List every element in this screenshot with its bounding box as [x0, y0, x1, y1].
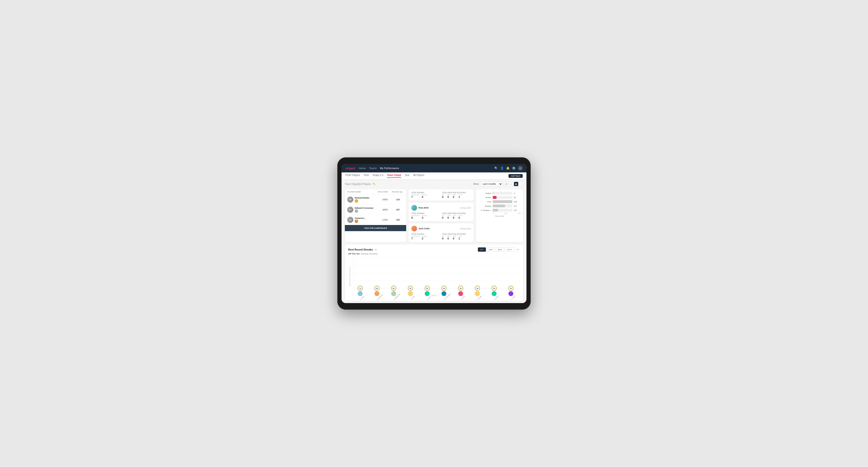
lb-row-1[interactable]: RB Richard Butler 1 19/20 110 [345, 195, 406, 205]
bar-fill [493, 196, 497, 199]
filter-putt[interactable]: PUTT [505, 247, 514, 252]
streak-player-avatar [508, 291, 514, 296]
pc-date-josh: 26 Aug 2023 [460, 228, 471, 230]
total-rounds-label-0: Total Rounds [411, 192, 440, 193]
card-view-icon[interactable]: ▦ [514, 182, 518, 186]
ott-col-0: OTT 0 [442, 194, 445, 198]
filter-app[interactable]: APP [487, 247, 495, 252]
lb-header-pb-score: PB SCORE [378, 191, 392, 193]
lb-header-player: PLAYER NAME [347, 191, 378, 193]
total-rounds-group-1: Total Rounds Tournament 8 Practice [411, 213, 440, 219]
streaks-filter: OTT APP ARG PUTT ← [478, 247, 520, 252]
chart-card: Eagles 3 Birdies 96 Pars 499 Bogeys 311 … [476, 189, 523, 242]
rank-medal-gold: 1 [355, 199, 358, 203]
list-view-icon[interactable]: ≡ [509, 182, 513, 186]
bar-row: Birdies 96 [478, 196, 521, 199]
activities-sub-0: OTT 0 APP 0 ARG [442, 194, 471, 198]
streak-player-avatar [441, 291, 446, 296]
chart-x-axis: 0 200 400 [478, 213, 521, 214]
pc-player-1: Rees Britt [411, 205, 429, 211]
bar-container [493, 192, 512, 195]
tablet-screen: clippd Home Teams My Performance 🔍 👤 🔔 ⚙… [342, 164, 526, 303]
bar-row: D. Bogeys + 131 [478, 209, 521, 212]
nav-items: Home Teams My Performance [359, 166, 491, 170]
bar-container [493, 205, 512, 207]
player-card-2: Josh Coles 26 Aug 2023 Total Rounds Tour [408, 223, 474, 242]
show-filter: Show Last 3 months Last 6 months Last 12… [473, 182, 523, 186]
lb-row-3[interactable]: CA Cameron... 3 17/20 103 [345, 215, 406, 225]
streak-bubble: 4x [458, 286, 463, 291]
logo: clippd [345, 166, 355, 170]
streaks-subtitle: Off The Tee, Fairway Accuracy [348, 253, 520, 255]
streak-bubble: 4x [441, 286, 446, 291]
bar-fill [493, 209, 498, 212]
grid-view-icon[interactable]: ⊞ [504, 182, 508, 186]
show-label: Show [473, 183, 478, 185]
sub-nav: PGAT Players PGA Hcaps 1-5 Team Clippd T… [342, 173, 526, 180]
tournament-sublabel-0: Tournament [411, 194, 420, 195]
streaks-header: Best Round Streaks ← OTT APP ARG PUTT ← [348, 247, 520, 252]
nav-icons: 🔍 👤 🔔 ⚙️ U [494, 166, 523, 170]
tablet-frame: clippd Home Teams My Performance 🔍 👤 🔔 ⚙… [337, 157, 531, 310]
streak-player-name: R. Britt [427, 296, 431, 300]
nav-home[interactable]: Home [359, 166, 366, 170]
player-rank-badge-3: 3 [355, 220, 366, 223]
sub-nav-all-players[interactable]: All Players [413, 174, 424, 178]
player-avatar-1: RB [347, 196, 353, 203]
period-select[interactable]: Last 3 months Last 6 months Last 12 mont… [480, 182, 503, 186]
filter-ott[interactable]: OTT [478, 247, 486, 252]
player-card-1: Rees Britt 02 Sep 2023 Total Rounds Tour [408, 203, 474, 221]
lb-row-2[interactable]: EC Edward Crossman 2 18/20 107 [345, 205, 406, 215]
team-header: Team Clippd | 14 Players ✏️ Show Last 3 … [345, 182, 523, 186]
streak-player-name: D. Ford [461, 296, 465, 300]
lb-header-pb-avg: PB AVG SQ [392, 191, 404, 193]
rounds-sub-0: Tournament 7 Practice 6 [411, 194, 440, 198]
lb-avg-1: 110 [392, 198, 404, 201]
streak-player-avatar [425, 291, 430, 296]
bell-icon[interactable]: 🔔 [506, 166, 510, 170]
x-axis-label: Players [431, 293, 437, 297]
nav-teams[interactable]: Teams [369, 166, 377, 170]
player-card-0: Total Rounds Tournament 7 Practice [408, 189, 474, 201]
main-content: Team Clippd | 14 Players ✏️ Show Last 3 … [342, 180, 526, 303]
bar-fill [493, 205, 505, 207]
bar-container [493, 200, 512, 203]
add-team-button[interactable]: Add Team [508, 174, 523, 178]
player-name-2: Edward Crossman [355, 207, 373, 209]
lb-score-3: 17/20 [378, 219, 392, 221]
bar-value: 131 [514, 209, 521, 211]
sub-nav-pga[interactable]: PGA [364, 174, 369, 178]
settings-icon[interactable]: ⚙️ [512, 166, 516, 170]
streaks-section: Best Round Streaks ← OTT APP ARG PUTT ← … [345, 245, 523, 301]
bar-value: 96 [514, 196, 521, 198]
streak-bubble: 5x [408, 286, 413, 291]
player-info-2: Edward Crossman 2 [355, 207, 373, 213]
streak-player-avatar [458, 291, 463, 296]
sub-nav-team-clippd[interactable]: Team Clippd [387, 174, 401, 178]
edit-icon[interactable]: ✏️ [373, 183, 375, 185]
view-leaderboard-button[interactable]: View Full Leaderboard [345, 225, 406, 231]
lb-avg-2: 107 [392, 209, 404, 211]
user-icon[interactable]: 👤 [500, 166, 504, 170]
bar-container [493, 196, 512, 199]
sub-nav-pgat[interactable]: PGAT Players [345, 174, 360, 178]
streak-bubble: 5x [425, 286, 430, 291]
search-icon[interactable]: 🔍 [494, 166, 498, 170]
nav-my-performance[interactable]: My Performance [380, 166, 399, 170]
pc-header-1: Rees Britt 02 Sep 2023 [411, 205, 471, 211]
player-info-1: Richard Butler 1 [355, 197, 369, 203]
streak-bubble: 6x [374, 286, 379, 291]
filter-arg[interactable]: ARG [496, 247, 504, 252]
avatar[interactable]: U [518, 166, 523, 170]
y-axis-label: Best Streak, Fairway Accuracy [348, 267, 351, 286]
table-view-icon[interactable]: ↕ [519, 182, 523, 186]
bar-chart: Eagles 3 Birdies 96 Pars 499 Bogeys 311 … [478, 192, 521, 212]
player-rank-badge-2: 2 [355, 210, 373, 213]
pc-stats-2: Total Rounds Tournament 7 Practice [411, 233, 471, 240]
leaderboard-card: PLAYER NAME PB SCORE PB AVG SQ RB [345, 189, 406, 242]
bar-fill [493, 200, 512, 203]
sub-nav-hcaps[interactable]: Hcaps 1-5 [373, 174, 383, 178]
player-avatar-3: CA [347, 217, 353, 223]
streak-player-avatar [391, 291, 396, 296]
sub-nav-tour[interactable]: Tour [405, 174, 409, 178]
